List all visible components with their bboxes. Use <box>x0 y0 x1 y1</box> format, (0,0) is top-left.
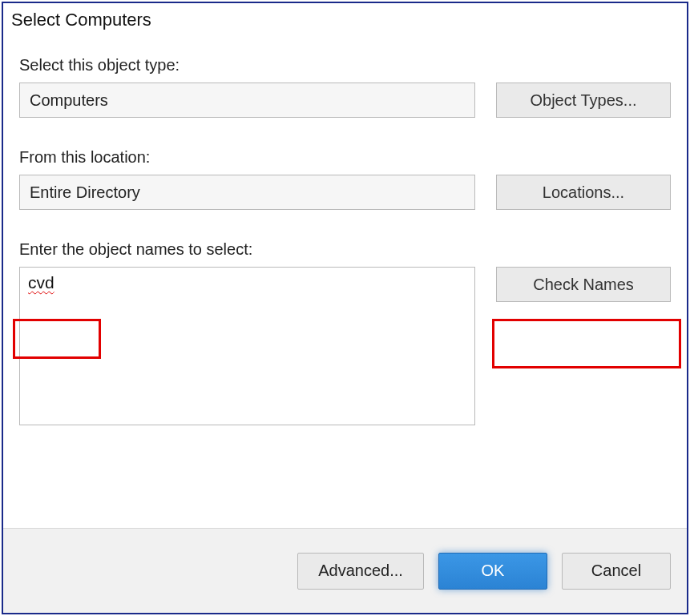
dialog-footer: Advanced... OK Cancel <box>3 528 687 613</box>
cancel-button[interactable]: Cancel <box>562 553 671 590</box>
check-names-button[interactable]: Check Names <box>496 267 671 302</box>
object-names-value: cvd <box>28 273 54 292</box>
object-type-field: Computers <box>19 83 475 118</box>
select-computers-dialog: Select Computers Select this object type… <box>2 2 688 614</box>
object-names-input[interactable]: cvd <box>19 267 475 425</box>
dialog-title: Select Computers <box>3 3 687 35</box>
enter-names-label: Enter the object names to select: <box>19 240 671 259</box>
locations-button[interactable]: Locations... <box>496 175 671 210</box>
advanced-button[interactable]: Advanced... <box>297 553 424 590</box>
location-label: From this location: <box>19 148 671 167</box>
object-types-button[interactable]: Object Types... <box>496 83 671 118</box>
dialog-body: Select this object type: Computers Objec… <box>3 35 687 528</box>
ok-button[interactable]: OK <box>438 553 547 590</box>
location-field: Entire Directory <box>19 175 475 210</box>
object-type-label: Select this object type: <box>19 56 671 74</box>
